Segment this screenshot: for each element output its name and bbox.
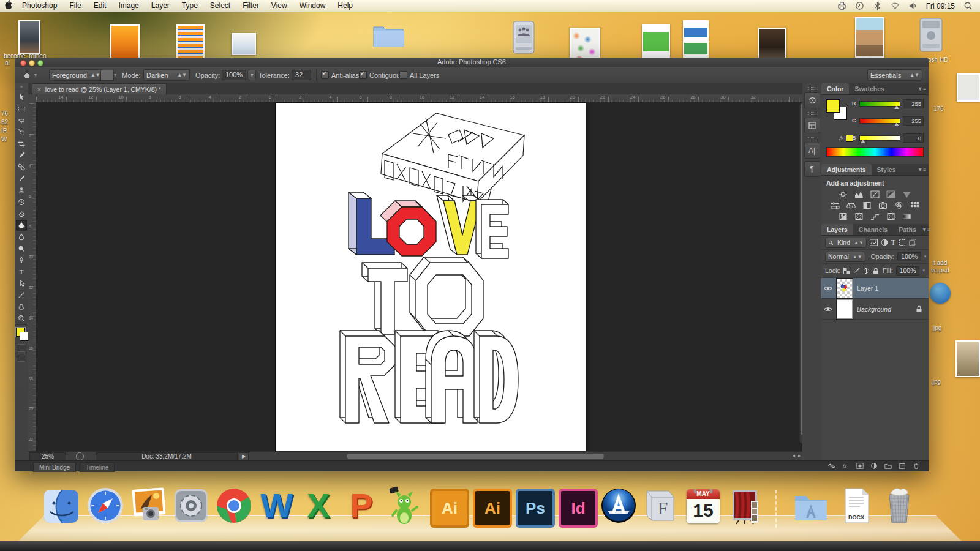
menu-item[interactable]: Layer <box>145 0 176 12</box>
dock-photo-booth[interactable] <box>726 486 766 525</box>
properties-panel-button[interactable] <box>804 118 820 133</box>
tab-styles[interactable]: Styles <box>872 164 902 175</box>
dock-applications-folder[interactable] <box>791 486 831 525</box>
dock-word[interactable]: W <box>257 486 296 525</box>
desktop-file-tall[interactable] <box>683 20 709 62</box>
layer-style-fx-icon[interactable]: fx <box>842 462 850 470</box>
eyedropper-tool[interactable] <box>16 150 27 161</box>
threshold-icon[interactable] <box>870 212 880 221</box>
blend-mode-dropdown[interactable]: Normal▲▼ <box>825 252 865 262</box>
dock-trash[interactable] <box>880 486 919 525</box>
menu-item[interactable]: Select <box>204 0 236 12</box>
desktop-folder-blue[interactable] <box>372 22 404 48</box>
desktop-right-photo[interactable] <box>956 340 980 377</box>
panel-menu-icon[interactable]: ▼≡ <box>918 164 929 175</box>
quick-selection-tool[interactable] <box>16 127 27 138</box>
tab-mini-bridge[interactable]: Mini Bridge <box>33 462 76 472</box>
dock-indesign[interactable]: Id <box>556 486 595 525</box>
fill-value[interactable]: 100% <box>896 266 920 276</box>
green-slider[interactable] <box>859 118 900 124</box>
dock-illustrator-2[interactable]: Ai <box>470 486 510 525</box>
desktop-photo-belia[interactable] <box>855 17 884 58</box>
fill-source-dropdown[interactable]: Foreground▲▼ <box>49 67 104 83</box>
document-tab[interactable]: × love to read @ 25% (Layer 1, CMYK/8) * <box>32 83 167 95</box>
color-swatches[interactable] <box>15 326 28 342</box>
dock-finder[interactable] <box>42 486 81 525</box>
desktop-file-orange[interactable] <box>110 24 140 59</box>
eraser-tool[interactable] <box>16 208 27 219</box>
dock-safari[interactable] <box>86 486 125 525</box>
foreground-color-well[interactable] <box>826 99 840 113</box>
color-balance-icon[interactable] <box>846 201 856 210</box>
dock-powerpoint[interactable]: P <box>342 486 381 525</box>
new-group-icon[interactable] <box>884 462 892 470</box>
all-layers-checkbox[interactable]: All Layers <box>399 67 439 83</box>
dock-system-preferences[interactable] <box>172 486 211 525</box>
tab-color[interactable]: Color <box>821 83 849 94</box>
black-white-icon[interactable] <box>862 201 872 210</box>
dock-green-mascot[interactable] <box>385 486 424 525</box>
visibility-eye-icon[interactable] <box>824 284 832 293</box>
tab-timeline[interactable]: Timeline <box>80 462 115 472</box>
paint-bucket-tool[interactable] <box>16 220 27 231</box>
menu-item[interactable]: Photoshop <box>16 0 63 12</box>
channel-mixer-icon[interactable] <box>894 201 904 210</box>
lock-position-icon[interactable] <box>863 268 870 274</box>
desktop-hard-drive[interactable] <box>916 17 946 55</box>
dock-photoshop[interactable]: Ps <box>513 486 552 525</box>
spotlight-icon[interactable] <box>963 1 973 10</box>
visibility-eye-icon[interactable] <box>824 305 832 313</box>
close-tab-icon[interactable]: × <box>37 86 41 93</box>
brush-tool[interactable] <box>16 173 27 184</box>
layer1-name[interactable]: Layer 1 <box>857 285 878 292</box>
canvas-area[interactable]: LOVE TO READ READ FOR FUN OPEN BOOKS <box>36 102 817 452</box>
layer1-thumbnail[interactable] <box>837 279 853 298</box>
tolerance-input[interactable]: 32 <box>292 67 311 83</box>
healing-brush-tool[interactable] <box>16 162 27 173</box>
horizontal-ruler[interactable]: 141210864202468101214161820222426283032 <box>28 94 817 103</box>
status-options-arrow[interactable]: ▶ <box>239 452 249 461</box>
dock-app-store[interactable] <box>599 486 638 525</box>
tab-paths[interactable]: Paths <box>893 224 922 235</box>
tools-collapse-button[interactable]: » <box>15 83 28 91</box>
hand-tool[interactable] <box>16 301 27 312</box>
panel-menu-icon[interactable]: ▼≡ <box>922 224 933 235</box>
path-selection-tool[interactable] <box>16 278 27 289</box>
screen-mode-button[interactable] <box>17 354 26 362</box>
dock-excel[interactable]: X <box>299 486 338 525</box>
red-slider[interactable] <box>859 101 900 107</box>
menu-item[interactable]: Help <box>331 0 359 12</box>
move-tool[interactable] <box>16 92 27 103</box>
green-value[interactable]: 255 <box>903 116 924 126</box>
panel-grip[interactable] <box>808 87 816 90</box>
filter-adjustment-icon[interactable] <box>881 239 888 246</box>
background-thumbnail[interactable] <box>837 299 853 319</box>
menu-item[interactable]: Filter <box>236 0 265 12</box>
lock-all-icon[interactable] <box>873 268 879 274</box>
workspace-dropdown[interactable]: Essentials▲▼ <box>867 67 922 83</box>
levels-icon[interactable] <box>854 190 864 199</box>
desktop-right-app-badge[interactable] <box>930 283 951 304</box>
color-spectrum-bar[interactable] <box>826 147 924 157</box>
photo-filter-icon[interactable] <box>878 201 888 210</box>
filter-shape-icon[interactable] <box>899 239 906 246</box>
blur-tool[interactable] <box>16 231 27 242</box>
filter-type-icon[interactable]: T <box>891 238 895 247</box>
panel-grip[interactable] <box>808 112 816 115</box>
mode-dropdown[interactable]: Darken▲▼ <box>143 67 190 83</box>
current-tool-icon[interactable]: ▾ <box>22 67 37 83</box>
menu-item[interactable]: Edit <box>88 0 113 12</box>
delete-layer-icon[interactable] <box>913 462 920 470</box>
new-layer-icon[interactable] <box>899 462 906 470</box>
document-page[interactable]: LOVE TO READ READ FOR FUN OPEN BOOKS <box>276 103 586 452</box>
background-color-swatch[interactable] <box>20 332 29 341</box>
menu-item[interactable]: Type <box>176 0 204 12</box>
volume-icon[interactable] <box>908 1 918 10</box>
history-panel-button[interactable] <box>804 92 820 108</box>
crop-tool[interactable] <box>16 138 27 149</box>
posterize-icon[interactable] <box>854 212 864 221</box>
dock-docx-document[interactable]: DOCX <box>837 486 876 525</box>
layer-row-background[interactable]: Background <box>821 299 929 320</box>
character-panel-button[interactable]: A| <box>804 143 820 159</box>
contiguous-checkbox[interactable]: Contiguous <box>359 67 404 83</box>
